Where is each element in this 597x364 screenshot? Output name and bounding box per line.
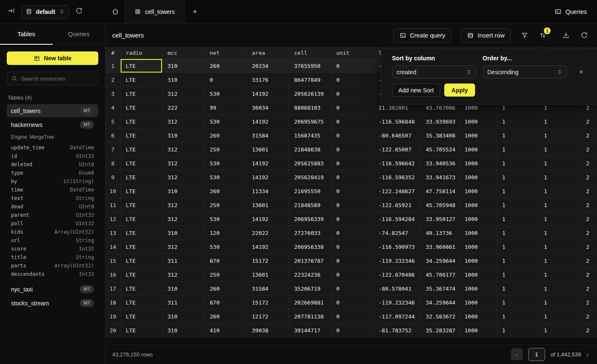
- table-cell[interactable]: 530: [205, 170, 247, 184]
- table-cell[interactable]: 310: [162, 282, 205, 296]
- table-cell[interactable]: 35.383408: [421, 129, 459, 143]
- table-cell[interactable]: 2: [581, 143, 597, 156]
- table-cell[interactable]: 0: [331, 226, 373, 240]
- table-cell[interactable]: 1: [497, 129, 539, 143]
- table-cell[interactable]: 47.758114: [421, 184, 459, 198]
- refresh-connection-button[interactable]: [76, 7, 83, 16]
- table-cell[interactable]: 1: [497, 156, 539, 170]
- table-cell[interactable]: 1: [497, 198, 539, 212]
- table-cell[interactable]: 1: [539, 129, 581, 143]
- table-cell[interactable]: 0: [331, 282, 373, 296]
- table-cell[interactable]: 1: [497, 296, 539, 310]
- table-cell[interactable]: 1: [539, 184, 581, 198]
- sidebar-item-nyc-taxi[interactable]: nyc_taxi MT: [7, 283, 98, 296]
- table-cell[interactable]: 0: [331, 143, 373, 156]
- table-cell[interactable]: 312: [162, 212, 205, 226]
- table-cell[interactable]: 22022: [247, 226, 289, 240]
- table-cell[interactable]: 1000: [459, 310, 497, 324]
- table-cell[interactable]: 1: [539, 296, 581, 310]
- table-cell[interactable]: 310: [162, 129, 205, 143]
- table-cell[interactable]: 250: [205, 268, 247, 282]
- table-cell[interactable]: 36034: [247, 101, 289, 115]
- add-new-sort-button[interactable]: Add new Sort: [392, 84, 440, 97]
- table-cell[interactable]: 311: [162, 296, 205, 310]
- table-cell[interactable]: 310: [162, 184, 205, 198]
- table-cell[interactable]: LTE: [121, 156, 162, 170]
- table-cell[interactable]: LTE: [121, 212, 162, 226]
- table-cell[interactable]: 2: [581, 296, 597, 310]
- table-cell[interactable]: -116.590973: [373, 240, 421, 254]
- table-cell[interactable]: -122.670486: [373, 268, 421, 282]
- table-cell[interactable]: 15172: [247, 296, 289, 310]
- table-cell[interactable]: 1: [539, 282, 581, 296]
- table-cell[interactable]: 14192: [247, 240, 289, 254]
- column-header-cell[interactable]: cell: [289, 47, 331, 59]
- table-cell[interactable]: 312: [162, 268, 205, 282]
- table-cell[interactable]: 31584: [247, 282, 289, 296]
- download-button[interactable]: [562, 31, 570, 40]
- table-cell[interactable]: 1: [539, 212, 581, 226]
- sort-button[interactable]: 1: [538, 31, 547, 40]
- column-header-net[interactable]: net: [205, 47, 247, 59]
- table-cell[interactable]: -116.596848: [373, 115, 421, 129]
- table-cell[interactable]: LTE: [121, 324, 162, 337]
- table-cell[interactable]: -122.65007: [373, 143, 421, 156]
- table-cell[interactable]: 13601: [247, 268, 289, 282]
- table-cell[interactable]: 310: [162, 226, 205, 240]
- table-cell[interactable]: 1: [497, 254, 539, 268]
- table-cell[interactable]: LTE: [121, 87, 162, 101]
- table-cell[interactable]: 1: [539, 310, 581, 324]
- table-cell[interactable]: 21695550: [289, 184, 331, 198]
- table-cell[interactable]: 35.283287: [421, 324, 459, 337]
- table-cell[interactable]: 0: [331, 170, 373, 184]
- table-cell[interactable]: 1: [497, 115, 539, 129]
- table-cell[interactable]: 1: [497, 268, 539, 282]
- table-cell[interactable]: 2: [581, 170, 597, 184]
- table-cell[interactable]: 22324236: [289, 268, 331, 282]
- table-cell[interactable]: 32.583672: [421, 310, 459, 324]
- table-cell[interactable]: 14192: [247, 87, 289, 101]
- table-cell[interactable]: 205628419: [289, 170, 331, 184]
- table-cell[interactable]: 34.259644: [421, 254, 459, 268]
- table-cell[interactable]: -80.646507: [373, 129, 421, 143]
- column-header-radio[interactable]: radio: [121, 47, 162, 59]
- table-cell[interactable]: -119.232346: [373, 296, 421, 310]
- table-cell[interactable]: LTE: [121, 282, 162, 296]
- table-cell[interactable]: 1000: [459, 254, 497, 268]
- table-cell[interactable]: 0: [331, 59, 373, 73]
- table-cell[interactable]: 0: [331, 268, 373, 282]
- table-cell[interactable]: LTE: [121, 226, 162, 240]
- table-cell[interactable]: 250: [205, 143, 247, 156]
- table-cell[interactable]: 13601: [247, 198, 289, 212]
- table-cell[interactable]: 870: [205, 296, 247, 310]
- table-cell[interactable]: 1000: [459, 198, 497, 212]
- table-cell[interactable]: 37655950: [289, 59, 331, 73]
- table-cell[interactable]: 1000: [459, 184, 497, 198]
- table-cell[interactable]: 33.960861: [421, 240, 459, 254]
- table-cell[interactable]: 870: [205, 254, 247, 268]
- table-cell[interactable]: 1: [497, 184, 539, 198]
- table-cell[interactable]: 88068103: [289, 101, 331, 115]
- table-cell[interactable]: 2: [581, 198, 597, 212]
- table-cell[interactable]: 1: [539, 324, 581, 337]
- table-cell[interactable]: 530: [205, 240, 247, 254]
- table-cell[interactable]: 45.705524: [421, 143, 459, 156]
- page-number-input[interactable]: [528, 348, 545, 361]
- table-cell[interactable]: LTE: [121, 198, 162, 212]
- table-cell[interactable]: 0: [331, 296, 373, 310]
- home-tab-button[interactable]: [105, 0, 125, 23]
- sort-column-select[interactable]: created: [392, 65, 476, 78]
- table-cell[interactable]: 35.367474: [421, 282, 459, 296]
- table-cell[interactable]: LTE: [121, 184, 162, 198]
- table-cell[interactable]: 1000: [459, 170, 497, 184]
- table-cell[interactable]: LTE: [121, 101, 162, 115]
- table-cell[interactable]: 410: [205, 324, 247, 337]
- table-cell[interactable]: 260: [205, 310, 247, 324]
- table-cell[interactable]: 120: [205, 226, 247, 240]
- previous-page-button[interactable]: ‹: [511, 348, 523, 360]
- column-header-rownum[interactable]: #: [105, 47, 121, 59]
- table-cell[interactable]: 312: [162, 87, 205, 101]
- table-cell[interactable]: 260: [205, 282, 247, 296]
- table-cell[interactable]: 21848638: [289, 143, 331, 156]
- table-cell[interactable]: 1: [497, 226, 539, 240]
